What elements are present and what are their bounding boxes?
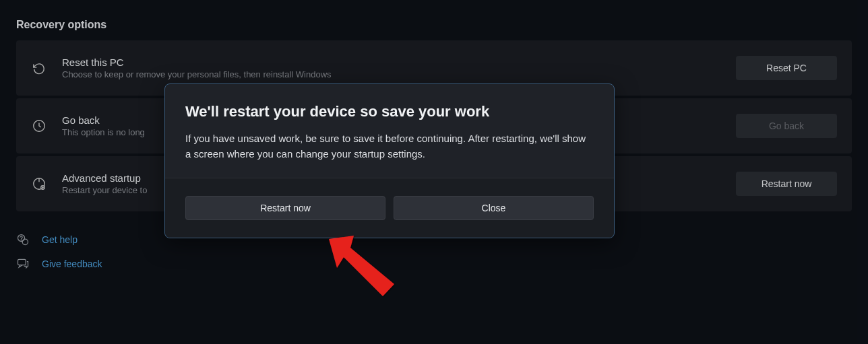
dialog-body-text: If you have unsaved work, be sure to sav…	[185, 131, 594, 162]
dialog-close-button[interactable]: Close	[394, 196, 594, 220]
dialog-title: We'll restart your device so save your w…	[185, 103, 594, 121]
restart-dialog: We'll restart your device so save your w…	[164, 83, 615, 238]
dialog-restart-now-button[interactable]: Restart now	[185, 196, 385, 220]
